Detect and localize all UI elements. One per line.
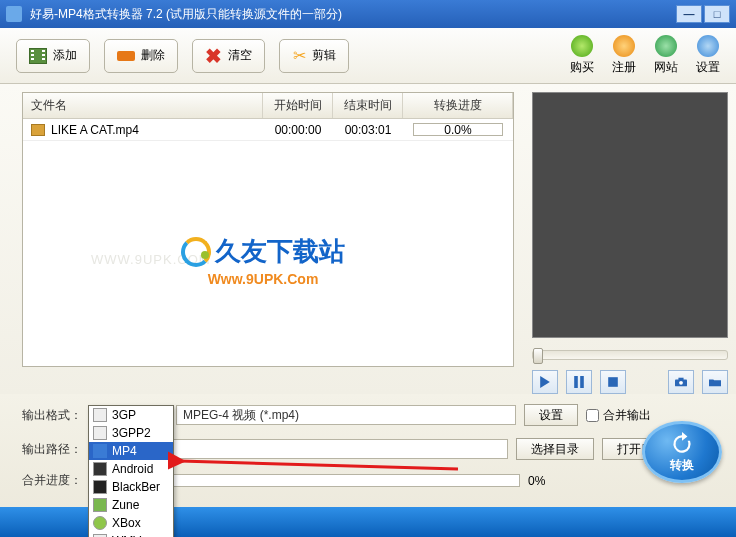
file-name: LIKE A CAT.mp4 [51,123,139,137]
merge-progress-value: 0% [528,474,545,488]
toolbar: 添加 删除 ✖清空 ✂剪辑 购买 注册 网站 设置 [0,28,736,84]
format-label: 输出格式： [22,407,82,424]
row-progress-bar: 0.0% [413,123,503,136]
path-label: 输出路径： [22,441,82,458]
table-row[interactable]: LIKE A CAT.mp4 00:00:00 00:03:01 0.0% [23,119,513,141]
register-button[interactable]: 注册 [612,35,636,76]
col-name[interactable]: 文件名 [23,93,263,118]
file-end: 00:03:01 [333,121,403,139]
svg-point-3 [679,381,683,385]
dropdown-item-mp4[interactable]: MP4 [89,442,173,460]
dropdown-item-xbox[interactable]: XBox [89,514,173,532]
app-icon [6,6,22,22]
key-icon [613,35,635,57]
col-progress[interactable]: 转换进度 [403,93,513,118]
format-icon [93,516,107,530]
dollar-icon [571,35,593,57]
choose-dir-button[interactable]: 选择目录 [516,438,594,460]
dropdown-item-android[interactable]: Android [89,460,173,478]
add-label: 添加 [53,47,77,64]
dropdown-item-wmv[interactable]: WMV [89,532,173,537]
col-start[interactable]: 开始时间 [263,93,333,118]
seek-slider[interactable] [532,350,728,360]
pause-button[interactable] [566,370,592,394]
minus-icon [117,51,135,61]
dd-label: Zune [112,498,139,512]
dd-label: XBox [112,516,141,530]
film-icon [29,48,47,64]
gear-icon [697,35,719,57]
x-icon: ✖ [205,44,222,68]
file-panel: 文件名 开始时间 结束时间 转换进度 LIKE A CAT.mp4 00:00:… [0,84,526,394]
dd-label: Android [112,462,153,476]
slider-thumb[interactable] [533,348,543,364]
svg-rect-2 [678,378,683,381]
convert-label: 转换 [670,457,694,474]
format-dropdown[interactable]: 3GP 3GPP2 MP4 Android BlackBer Zune XBox… [88,405,174,537]
stop-button[interactable] [600,370,626,394]
refresh-icon [669,431,695,457]
dropdown-item-blackberry[interactable]: BlackBer [89,478,173,496]
file-icon [31,124,45,136]
website-button[interactable]: 网站 [654,35,678,76]
merge-label: 合并输出 [603,407,651,424]
minimize-button[interactable]: — [676,5,702,23]
globe-icon [655,35,677,57]
settings-button[interactable]: 设置 [696,35,720,76]
titlebar: 好易-MP4格式转换器 7.2 (试用版只能转换源文件的一部分) — □ [0,0,736,28]
edit-button[interactable]: ✂剪辑 [279,39,349,73]
format-icon [93,408,107,422]
format-icon [93,462,107,476]
format-desc: MPEG-4 视频 (*.mp4) [176,405,516,425]
format-icon [93,444,107,458]
dropdown-item-zune[interactable]: Zune [89,496,173,514]
clear-label: 清空 [228,47,252,64]
clear-button[interactable]: ✖清空 [192,39,265,73]
snapshot-button[interactable] [668,370,694,394]
edit-label: 剪辑 [312,47,336,64]
col-end[interactable]: 结束时间 [333,93,403,118]
format-icon [93,426,107,440]
register-label: 注册 [612,59,636,76]
video-preview [532,92,728,338]
merge-checkbox-input[interactable] [586,409,599,422]
svg-rect-0 [608,377,618,387]
maximize-button[interactable]: □ [704,5,730,23]
window-title: 好易-MP4格式转换器 7.2 (试用版只能转换源文件的一部分) [30,6,342,23]
main-area: 文件名 开始时间 结束时间 转换进度 LIKE A CAT.mp4 00:00:… [0,84,736,394]
delete-button[interactable]: 删除 [104,39,178,73]
table-header: 文件名 开始时间 结束时间 转换进度 [23,93,513,119]
delete-label: 删除 [141,47,165,64]
settings-label: 设置 [696,59,720,76]
play-button[interactable] [532,370,558,394]
dropdown-item-3gp[interactable]: 3GP [89,406,173,424]
dd-label: 3GPP2 [112,426,151,440]
format-desc-text: MPEG-4 视频 (*.mp4) [183,407,299,424]
website-label: 网站 [654,59,678,76]
buy-label: 购买 [570,59,594,76]
format-icon [93,498,107,512]
dropdown-item-3gpp2[interactable]: 3GPP2 [89,424,173,442]
format-icon [93,480,107,494]
file-start: 00:00:00 [263,121,333,139]
preview-panel [526,84,736,394]
dd-label: 3GP [112,408,136,422]
merge-checkbox[interactable]: 合并输出 [586,407,651,424]
dd-label: MP4 [112,444,137,458]
format-settings-button[interactable]: 设置 [524,404,578,426]
convert-button[interactable]: 转换 [642,421,722,483]
buy-button[interactable]: 购买 [570,35,594,76]
file-table: 文件名 开始时间 结束时间 转换进度 LIKE A CAT.mp4 00:00:… [22,92,514,367]
add-button[interactable]: 添加 [16,39,90,73]
dd-label: BlackBer [112,480,160,494]
scissors-icon: ✂ [293,46,306,65]
folder-button[interactable] [702,370,728,394]
row-progress-value: 0.0% [444,123,471,137]
merge-progress-label: 合并进度： [22,472,82,489]
